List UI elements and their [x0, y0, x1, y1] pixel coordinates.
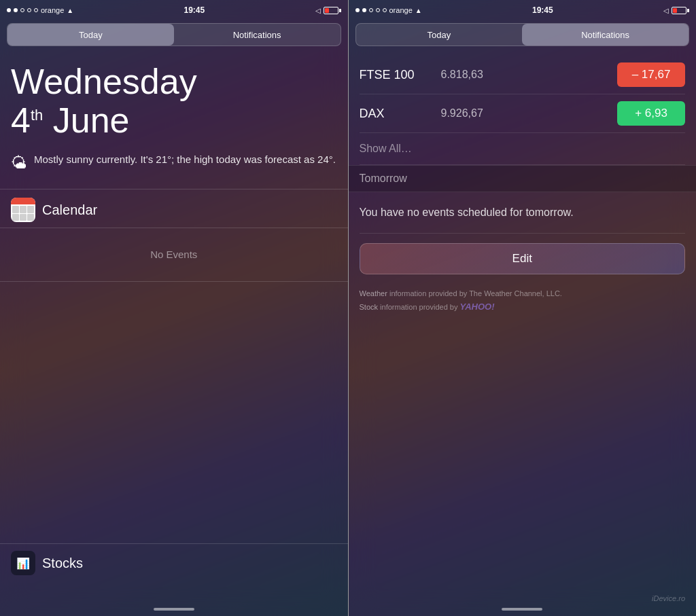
- location-icon: ◁: [315, 7, 321, 14]
- right-panel: orange ▲ 19:45 ◁ Today Notifications FTS…: [349, 0, 697, 616]
- no-events-area: No Events: [11, 228, 337, 281]
- wifi-icon: ▲: [67, 7, 73, 14]
- tab-today[interactable]: Today: [7, 24, 174, 46]
- no-events-text: No Events: [150, 249, 197, 260]
- signal-dot-3: [20, 8, 24, 12]
- r-tab-today[interactable]: Today: [356, 24, 523, 46]
- stock-change-dax: + 6,93: [617, 101, 685, 126]
- r-battery-nub: [687, 9, 689, 12]
- edit-button[interactable]: Edit: [360, 243, 686, 274]
- weather-text: Mostly sunny currently. It's 21°; the hi…: [34, 152, 337, 166]
- status-left-right: orange ▲: [355, 6, 422, 14]
- stock-value-dax: 9.926,67: [441, 107, 618, 120]
- date-day: Wednesday: [11, 62, 337, 101]
- show-all-link[interactable]: Show All…: [360, 133, 686, 165]
- cal-grid: [11, 204, 35, 222]
- r-location-icon: ◁: [663, 7, 669, 14]
- main-content: Wednesday 4th June 🌤 Mostly sunny curren…: [0, 49, 348, 289]
- segment-control[interactable]: Today Notifications: [7, 23, 341, 46]
- divider-3: [0, 281, 348, 282]
- stocks-section: 📊 Stocks: [11, 543, 337, 582]
- r-signal-1: [355, 8, 360, 12]
- sun-icon: 🌤: [11, 153, 27, 173]
- r-signal-3: [369, 8, 373, 12]
- signal-dot-1: [7, 8, 11, 12]
- left-panel: orange ▲ 19:45 ◁ Today Notifications Wed…: [0, 0, 348, 616]
- status-bar: orange ▲ 19:45 ◁: [0, 0, 348, 20]
- yahoo-logo: YAHOO!: [459, 302, 494, 312]
- r-battery: [672, 7, 689, 14]
- battery-body: [324, 7, 338, 14]
- time-display: 19:45: [184, 5, 205, 15]
- r-segment-control[interactable]: Today Notifications: [355, 23, 690, 46]
- no-tomorrow-events: You have no events scheduled for tomorro…: [360, 192, 686, 234]
- carrier-name: orange: [41, 6, 64, 14]
- stock-row-dax: DAX 9.926,67 + 6,93: [360, 94, 686, 133]
- r-status-right: ◁: [663, 7, 689, 14]
- stock-name-ftse: FTSE 100: [360, 68, 441, 82]
- calendar-icon: [11, 198, 35, 222]
- r-main-content: FTSE 100 6.818,63 – 17,67 DAX 9.926,67 +…: [349, 49, 697, 321]
- watermark: iDevice.ro: [652, 594, 685, 602]
- calendar-label: Calendar: [42, 202, 97, 218]
- stocks-header: 📊 Stocks: [11, 544, 337, 582]
- r-battery-body: [672, 7, 686, 14]
- r-signal-2: [362, 8, 366, 12]
- r-carrier-name: orange: [389, 6, 413, 14]
- r-wifi-icon: ▲: [415, 7, 422, 14]
- stocks-label: Stocks: [42, 556, 83, 571]
- cal-top: [11, 198, 35, 204]
- calendar-section-header: Calendar: [11, 189, 337, 228]
- stocks-icon: 📊: [11, 551, 35, 575]
- signal-dot-4: [27, 8, 31, 12]
- battery-nub: [339, 9, 341, 12]
- r-battery-fill: [673, 8, 677, 13]
- stock-value-ftse: 6.818,63: [441, 69, 618, 81]
- r-signal-4: [376, 8, 380, 12]
- footer-weather-text: information provided by The Weather Chan…: [389, 289, 562, 297]
- footer-text: Weather information provided by The Weat…: [360, 284, 686, 314]
- signal-dot-2: [14, 8, 18, 12]
- status-left: orange ▲: [7, 6, 73, 14]
- weather-link[interactable]: Weather: [360, 289, 387, 297]
- stock-name-dax: DAX: [360, 107, 441, 121]
- home-indicator: [154, 608, 194, 611]
- tab-notifications[interactable]: Notifications: [174, 24, 341, 46]
- status-bar-right: orange ▲ 19:45 ◁: [349, 0, 697, 20]
- stock-change-ftse: – 17,67: [617, 62, 685, 87]
- battery: [324, 7, 341, 14]
- r-time-display: 19:45: [532, 5, 553, 15]
- battery-fill: [325, 8, 329, 13]
- weather-row: 🌤 Mostly sunny currently. It's 21°; the …: [11, 152, 337, 173]
- r-tab-notifications[interactable]: Notifications: [522, 24, 689, 46]
- tomorrow-header: Tomorrow: [349, 165, 697, 192]
- r-signal-5: [383, 8, 387, 12]
- footer-stock-text: information provided by: [380, 303, 459, 311]
- signal-dot-5: [34, 8, 38, 12]
- stock-link[interactable]: Stock: [360, 303, 379, 311]
- date-block: Wednesday 4th June: [11, 62, 337, 140]
- status-right: ◁: [315, 7, 341, 14]
- r-home-indicator: [502, 608, 542, 611]
- date-line2: 4th June: [11, 101, 337, 140]
- stock-row-ftse: FTSE 100 6.818,63 – 17,67: [360, 56, 686, 94]
